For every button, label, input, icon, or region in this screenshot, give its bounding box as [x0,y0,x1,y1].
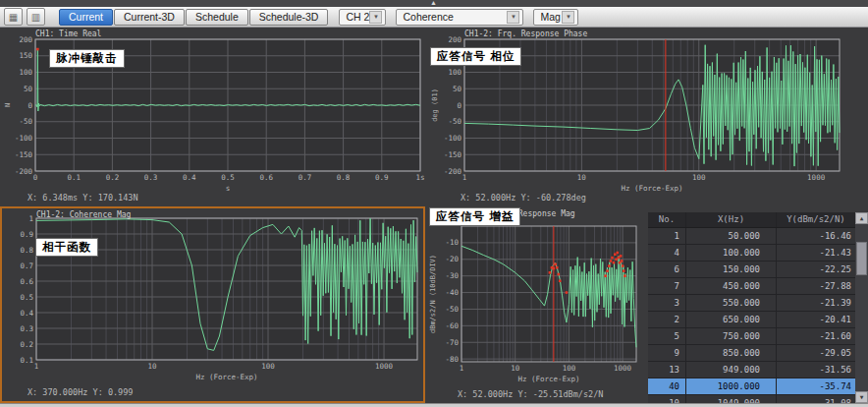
svg-text:0.2: 0.2 [106,173,120,182]
svg-text:1000: 1000 [614,364,632,373]
format-select[interactable]: Mag ▼ [533,9,578,26]
tab-current-3d[interactable]: Current-3D [114,9,185,26]
table-header-x: X(Hz) [685,212,776,227]
function-select-value: Coherence [403,11,453,23]
view-tab-group: Current Current-3D Schedule Schedule-3D [59,9,329,26]
function-select[interactable]: Coherence ▼ [396,9,523,26]
table-cell-no: 6 [648,262,685,277]
table-cell-y: -22.25 [776,262,855,277]
svg-text:100: 100 [19,68,32,77]
svg-text:-150: -150 [444,150,462,159]
table-cell-no: 13 [648,362,685,378]
chart-panel-time-real[interactable]: CH1: Time Real 脉冲锤敲击 X: 6.348ms Y: 170.1… [0,28,429,206]
svg-text:0: 0 [457,101,461,110]
svg-text:-100: -100 [444,134,462,143]
svg-text:-10: -10 [445,238,459,247]
table-cell-x: 50.000 [685,228,776,244]
table-scrollbar[interactable]: ▲ ▼ [855,212,868,403]
svg-text:0.5: 0.5 [20,293,33,302]
cursor-readout: X: 6.348ms Y: 170.143N [27,193,138,203]
peak-table: No.X(Hz)Y(dBm/s2/N) 150.000-16.464100.00… [648,212,868,403]
table-body: 150.000-16.464100.000-21.436150.000-22.2… [648,228,868,403]
table-row[interactable]: 4100.000-21.43 [648,245,868,262]
svg-text:0: 0 [27,101,32,110]
svg-text:-80: -80 [445,355,459,364]
table-row[interactable]: 13949.000-31.56 [648,362,868,378]
svg-text:0.4: 0.4 [20,309,33,318]
svg-text:1: 1 [462,173,467,182]
channel-select[interactable]: CH 2 ▼ [339,9,386,26]
svg-text:50: 50 [24,85,33,93]
table-cell-no: 2 [648,312,685,327]
svg-text:Hz (Force-Exp): Hz (Force-Exp) [195,373,257,381]
table-cell-x: 100.000 [685,245,776,261]
svg-text:s: s [226,184,231,193]
table-cell-y: -21.39 [776,295,855,311]
svg-text:0.8: 0.8 [20,246,33,255]
table-row[interactable]: 9850.000-29.05 [648,345,868,362]
table-row[interactable]: 5750.000-21.60 [648,328,868,345]
titlebar: ▲ [0,0,868,7]
tile-layout-icon[interactable]: ▦ [4,8,23,26]
table-cell-y: -21.43 [776,245,855,261]
svg-text:0.8: 0.8 [337,173,351,182]
table-cell-x: 949.000 [685,362,776,378]
svg-text:1000: 1000 [807,173,826,182]
svg-text:0.6: 0.6 [20,277,33,286]
tab-schedule-3d[interactable]: Schedule-3D [249,9,329,26]
table-cell-y: -21.60 [776,328,855,344]
chart-title: CH1: Time Real [35,29,101,38]
table-cell-y: -27.88 [776,278,855,294]
table-cell-no: 4 [648,245,685,261]
svg-text:0.9: 0.9 [20,230,33,239]
table-cell-x: 850.000 [685,345,776,361]
table-row[interactable]: 6150.000-22.25 [648,262,868,278]
scroll-down-icon[interactable]: ▼ [855,391,868,403]
svg-text:0.5: 0.5 [221,173,235,182]
table-row[interactable]: 7450.000-27.88 [648,278,868,295]
table-cell-y: -31.08 [776,395,855,403]
table-row[interactable]: 2650.000-20.41 [648,312,868,328]
channel-select-value: CH 2 [346,11,369,23]
cursor-readout: X: 52.000Hz Y: -60.278deg [461,193,586,203]
table-cell-x: 1000.000 [685,378,776,394]
tab-schedule[interactable]: Schedule [186,9,248,26]
svg-text:0.3: 0.3 [20,324,33,333]
table-cell-x: 450.000 [685,278,776,294]
svg-text:Hz (Force-Exp): Hz (Force-Exp) [517,375,579,383]
chart-title: CH1-2: Coherence Mag [36,210,131,219]
svg-text:-200: -200 [15,167,33,176]
chart-panel-coherence[interactable]: CH1-2: Coherence Mag 相干函数 X: 370.000Hz Y… [0,206,425,403]
scroll-thumb[interactable] [856,242,867,275]
svg-text:Hz (Force-Exp): Hz (Force-Exp) [621,184,682,193]
table-cell-no: 5 [648,328,685,344]
table-row[interactable]: 101049.000-31.08 [648,395,868,403]
toolbar: ▦ ▥ Current Current-3D Schedule Schedule… [0,7,868,28]
table-row[interactable]: 401000.000-35.74 [648,378,868,395]
svg-text:-40: -40 [445,288,459,297]
svg-text:0.1: 0.1 [20,356,33,365]
table-cell-x: 1049.000 [685,395,776,403]
chart-annotation-response-phase: 应答信号 相位 [430,47,521,66]
chevron-down-icon: ▼ [562,11,574,24]
scroll-up-icon[interactable]: ▲ [855,212,868,224]
tab-current[interactable]: Current [59,9,113,26]
svg-text:150: 150 [19,51,32,60]
table-header-row: No.X(Hz)Y(dBm/s2/N) [648,212,868,228]
chart-panel-frf-mag[interactable]: CH1-2: Frq. Response Mag 应答信号 增益 X: 52.0… [425,206,648,403]
svg-text:-70: -70 [445,338,459,347]
table-header-no: No. [648,212,685,227]
svg-text:0.1: 0.1 [67,173,81,182]
table-cell-x: 650.000 [685,312,776,327]
chart-title: CH1-2: Frq. Response Phase [464,29,587,38]
collapse-panel-arrow[interactable]: ▲ [430,0,437,7]
chart-panel-frf-phase[interactable]: CH1-2: Frq. Response Phase 应答信号 相位 X: 52… [429,28,868,206]
list-layout-glyph: ▥ [31,12,40,23]
table-cell-x: 550.000 [685,295,776,311]
svg-text:0: 0 [33,173,38,182]
chevron-down-icon: ▼ [507,11,519,24]
list-layout-icon[interactable]: ▥ [27,8,45,26]
svg-text:-150: -150 [15,150,33,159]
table-row[interactable]: 3550.000-21.39 [648,295,868,312]
table-row[interactable]: 150.000-16.46 [648,228,868,245]
